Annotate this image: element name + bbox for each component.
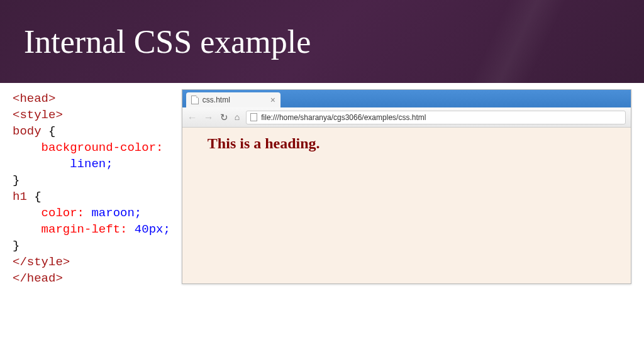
code-line: <style> [13, 108, 63, 122]
slide-header: Internal CSS example [0, 0, 644, 83]
page-icon [191, 96, 199, 104]
code-brace: } [13, 239, 19, 253]
reload-icon[interactable]: ↻ [220, 112, 228, 123]
url-text: file:///home/sharanya/cgs3066/examples/c… [261, 113, 426, 122]
slide-title: Internal CSS example [24, 23, 311, 60]
browser-window: css.html × ← → ↻ ⌂ file:///home/sharanya… [182, 89, 631, 284]
page-icon [250, 113, 257, 121]
home-icon[interactable]: ⌂ [235, 112, 240, 123]
code-example: <head> <style> body { background-color: … [13, 89, 170, 287]
code-brace: { [27, 190, 42, 204]
address-bar[interactable]: file:///home/sharanya/cgs3066/examples/c… [246, 111, 626, 124]
code-selector: h1 [13, 190, 27, 204]
browser-viewport: This is a heading. [182, 128, 631, 283]
tab-title: css.html [203, 96, 230, 104]
code-brace: } [13, 173, 19, 187]
back-icon[interactable]: ← [187, 112, 197, 123]
code-property: color: [42, 206, 84, 220]
code-line: </head> [13, 272, 63, 285]
code-line: </style> [13, 255, 70, 269]
code-line: <head> [13, 92, 55, 106]
code-property: margin-left: [42, 222, 128, 236]
code-value: 40px; [127, 222, 170, 236]
code-value: linen; [70, 157, 113, 171]
slide-content: <head> <style> body { background-color: … [0, 83, 644, 287]
rendered-heading: This is a heading. [208, 135, 631, 152]
forward-icon[interactable]: → [204, 112, 214, 123]
code-selector: body [13, 124, 42, 138]
close-icon[interactable]: × [270, 96, 275, 104]
code-value: maroon; [84, 206, 142, 220]
tab-strip: css.html × [182, 90, 631, 107]
code-property: background-color: [42, 141, 164, 155]
browser-tab[interactable]: css.html × [186, 92, 280, 107]
browser-toolbar: ← → ↻ ⌂ file:///home/sharanya/cgs3066/ex… [182, 107, 631, 128]
code-brace: { [42, 124, 56, 138]
